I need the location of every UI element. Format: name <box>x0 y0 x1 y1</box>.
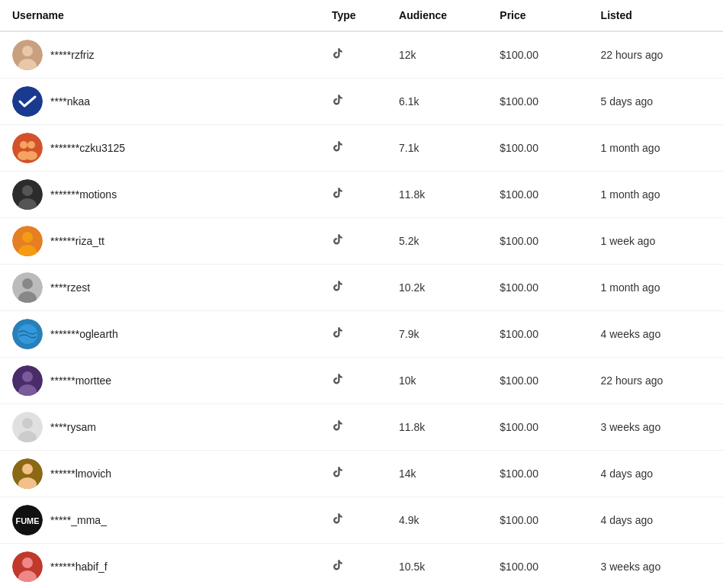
username-text: *******czku3125 <box>50 142 125 154</box>
tiktok-icon <box>332 49 344 62</box>
table-row[interactable]: *******czku3125 7.1k $100.00 1 month ago <box>0 125 723 172</box>
cell-username[interactable]: *******oglearth <box>0 311 320 358</box>
svg-point-32 <box>22 557 33 568</box>
username-text: *****rzfriz <box>50 49 95 61</box>
table-row[interactable]: ****rysam 11.8k $100.00 3 weeks ago <box>0 404 723 451</box>
cell-username[interactable]: ******riza_tt <box>0 218 320 265</box>
username-text: ******habif_f <box>50 561 108 573</box>
cell-audience: 12k <box>387 31 487 79</box>
avatar <box>12 40 43 70</box>
cell-listed: 4 weeks ago <box>589 311 723 358</box>
cell-username[interactable]: ****nkaa <box>0 79 320 125</box>
cell-listed: 3 weeks ago <box>589 544 723 589</box>
tiktok-icon <box>332 514 344 527</box>
table-row[interactable]: ******riza_tt 5.2k $100.00 1 week ago <box>0 218 723 265</box>
cell-username[interactable]: *******motions <box>0 172 320 218</box>
accounts-table-container: Username Type Audience Price Listed ****… <box>0 0 723 588</box>
tiktok-icon <box>332 468 344 480</box>
cell-username[interactable]: ****rzest <box>0 265 320 311</box>
svg-point-1 <box>22 46 33 56</box>
svg-point-3 <box>12 86 43 117</box>
cell-listed: 4 days ago <box>589 451 723 497</box>
svg-point-6 <box>27 141 35 149</box>
table-row[interactable]: *******oglearth 7.9k $100.00 4 weeks ago <box>0 311 723 358</box>
header-audience: Audience <box>387 0 487 31</box>
username-text: *******motions <box>50 188 117 201</box>
table-row[interactable]: *******motions 11.8k $100.00 1 month ago <box>0 172 723 218</box>
table-row[interactable]: ******habif_f 10.5k $100.00 3 weeks ago <box>0 544 723 589</box>
cell-audience: 10k <box>387 358 487 404</box>
table-row[interactable]: ****nkaa 6.1k $100.00 5 days ago <box>0 79 723 125</box>
cell-price: $100.00 <box>487 311 588 358</box>
svg-text:FUME: FUME <box>15 516 39 525</box>
cell-username[interactable]: ******habif_f <box>0 544 320 589</box>
tiktok-icon <box>332 142 344 155</box>
header-type: Type <box>320 0 387 31</box>
username-text: ******morttee <box>50 374 111 387</box>
svg-point-8 <box>25 151 37 160</box>
avatar <box>12 179 43 210</box>
cell-price: $100.00 <box>487 31 588 79</box>
table-header-row: Username Type Audience Price Listed <box>0 0 723 31</box>
avatar <box>12 226 43 256</box>
cell-type <box>320 79 387 125</box>
cell-price: $100.00 <box>487 404 588 451</box>
username-text: ******lmovich <box>50 468 111 480</box>
username-text: ****rysam <box>50 421 96 433</box>
cell-listed: 5 days ago <box>589 79 723 125</box>
avatar <box>12 319 43 349</box>
cell-audience: 5.2k <box>387 218 487 265</box>
cell-type <box>320 497 387 544</box>
avatar <box>12 458 43 489</box>
cell-audience: 7.1k <box>387 125 487 172</box>
cell-listed: 4 days ago <box>589 497 723 544</box>
cell-username[interactable]: ******lmovich <box>0 451 320 497</box>
cell-type <box>320 358 387 404</box>
cell-audience: 7.9k <box>387 311 487 358</box>
tiktok-icon <box>332 374 344 387</box>
tiktok-icon <box>332 421 344 434</box>
cell-username[interactable]: *******czku3125 <box>0 125 320 172</box>
tiktok-icon <box>332 95 344 108</box>
accounts-table: Username Type Audience Price Listed ****… <box>0 0 723 588</box>
table-row[interactable]: *****rzfriz 12k $100.00 22 hours ago <box>0 31 723 79</box>
cell-audience: 14k <box>387 451 487 497</box>
table-row[interactable]: ******morttee 10k $100.00 22 hours ago <box>0 358 723 404</box>
cell-audience: 10.2k <box>387 265 487 311</box>
tiktok-icon <box>332 561 344 574</box>
cell-type <box>320 404 387 451</box>
cell-type <box>320 311 387 358</box>
cell-type <box>320 125 387 172</box>
cell-username[interactable]: ****rysam <box>0 404 320 451</box>
avatar <box>12 86 43 117</box>
avatar <box>12 272 43 303</box>
table-row[interactable]: ****rzest 10.2k $100.00 1 month ago <box>0 265 723 311</box>
cell-audience: 11.8k <box>387 404 487 451</box>
cell-price: $100.00 <box>487 218 588 265</box>
cell-price: $100.00 <box>487 265 588 311</box>
cell-username[interactable]: ******morttee <box>0 358 320 404</box>
cell-listed: 1 week ago <box>589 218 723 265</box>
cell-price: $100.00 <box>487 358 588 404</box>
username-text: ****nkaa <box>50 95 90 108</box>
svg-point-5 <box>20 141 27 149</box>
username-text: *****_mma_ <box>50 514 107 526</box>
cell-audience: 4.9k <box>387 497 487 544</box>
header-listed: Listed <box>589 0 723 31</box>
cell-username[interactable]: *****rzfriz <box>0 31 320 79</box>
svg-point-21 <box>22 371 33 382</box>
cell-price: $100.00 <box>487 544 588 589</box>
cell-audience: 11.8k <box>387 172 487 218</box>
cell-listed: 1 month ago <box>589 125 723 172</box>
cell-username[interactable]: FUME *****_mma_ <box>0 497 320 544</box>
cell-price: $100.00 <box>487 451 588 497</box>
header-username: Username <box>0 0 320 31</box>
cell-price: $100.00 <box>487 79 588 125</box>
table-row[interactable]: ******lmovich 14k $100.00 4 days ago <box>0 451 723 497</box>
cell-price: $100.00 <box>487 172 588 218</box>
table-row[interactable]: FUME *****_mma_ 4.9k $100.00 4 days ago <box>0 497 723 544</box>
tiktok-icon <box>332 188 344 201</box>
cell-listed: 1 month ago <box>589 172 723 218</box>
cell-price: $100.00 <box>487 125 588 172</box>
cell-type <box>320 451 387 497</box>
